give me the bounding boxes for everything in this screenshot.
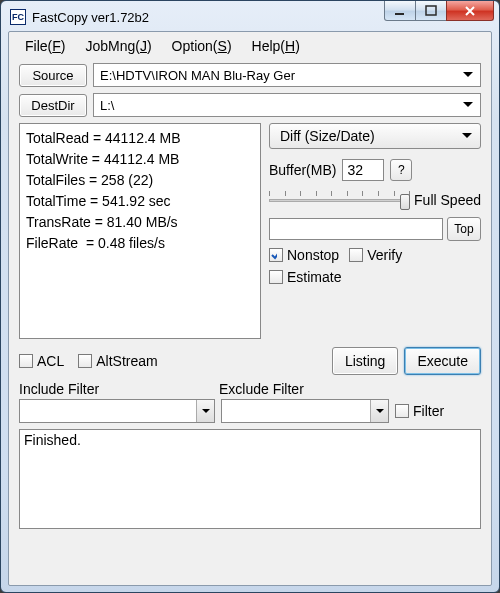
- menu-jobmng[interactable]: JobMng(J): [75, 36, 161, 56]
- menu-help[interactable]: Help(H): [242, 36, 310, 56]
- menu-jobmng-pre: JobMng(: [85, 38, 139, 54]
- speed-label: Full Speed: [414, 192, 481, 208]
- menu-jobmng-accel: J: [140, 38, 147, 54]
- checkbox-icon: [269, 248, 283, 262]
- chevron-down-icon[interactable]: [460, 102, 476, 108]
- estimate-checkbox[interactable]: Estimate: [269, 269, 341, 285]
- menu-option[interactable]: Option(S): [162, 36, 242, 56]
- menu-help-accel: H: [285, 38, 295, 54]
- destdir-button[interactable]: DestDir: [19, 94, 87, 117]
- nonstop-checkbox[interactable]: Nonstop: [269, 247, 339, 263]
- stats-line: TotalTime = 541.92 sec: [26, 193, 171, 209]
- stats-line: TotalRead = 44112.4 MB: [26, 130, 181, 146]
- content: Source E:\HDTV\IRON MAN Blu-Ray Ger Dest…: [9, 59, 491, 535]
- verify-checkbox[interactable]: Verify: [349, 247, 402, 263]
- nonstop-label: Nonstop: [287, 247, 339, 263]
- top-button[interactable]: Top: [447, 217, 481, 241]
- verify-label: Verify: [367, 247, 402, 263]
- log-box[interactable]: Finished.: [19, 429, 481, 529]
- checkbox-icon: [349, 248, 363, 262]
- menu-help-post: ): [295, 38, 300, 54]
- menubar: File(F) JobMng(J) Option(S) Help(H): [9, 32, 491, 59]
- log-text: Finished.: [24, 432, 81, 448]
- dest-combo[interactable]: L:\: [93, 93, 481, 117]
- exclude-filter-label: Exclude Filter: [219, 381, 304, 397]
- svg-rect-1: [426, 6, 436, 15]
- chevron-down-icon[interactable]: [458, 133, 476, 139]
- acl-checkbox[interactable]: ACL: [19, 353, 64, 369]
- chevron-down-icon[interactable]: [196, 400, 214, 422]
- chevron-down-icon[interactable]: [460, 72, 476, 78]
- menu-file-pre: File(: [25, 38, 52, 54]
- stats-line: TotalWrite = 44112.4 MB: [26, 151, 179, 167]
- mode-selected: Diff (Size/Date): [280, 128, 458, 144]
- stats-box: TotalRead = 44112.4 MB TotalWrite = 4411…: [19, 123, 261, 339]
- window-controls: [385, 1, 494, 21]
- stats-line: TransRate = 81.40 MB/s: [26, 214, 178, 230]
- menu-help-pre: Help(: [252, 38, 285, 54]
- menu-option-accel: S: [218, 38, 227, 54]
- menu-option-pre: Option(: [172, 38, 218, 54]
- dest-path: L:\: [100, 98, 460, 113]
- menu-file-accel: F: [52, 38, 61, 54]
- include-filter-combo[interactable]: [19, 399, 215, 423]
- menu-jobmng-post: ): [147, 38, 152, 54]
- include-filter-label: Include Filter: [19, 381, 219, 397]
- listing-button[interactable]: Listing: [332, 347, 398, 375]
- top-input[interactable]: [269, 218, 443, 240]
- exclude-filter-combo[interactable]: [221, 399, 389, 423]
- source-path: E:\HDTV\IRON MAN Blu-Ray Ger: [100, 68, 460, 83]
- client-area: File(F) JobMng(J) Option(S) Help(H) Sour…: [8, 31, 492, 586]
- chevron-down-icon[interactable]: [370, 400, 388, 422]
- acl-label: ACL: [37, 353, 64, 369]
- source-combo[interactable]: E:\HDTV\IRON MAN Blu-Ray Ger: [93, 63, 481, 87]
- buffer-label: Buffer(MB): [269, 162, 336, 178]
- app-icon: FC: [10, 9, 26, 25]
- menu-file[interactable]: File(F): [15, 36, 75, 56]
- stats-line: TotalFiles = 258 (22): [26, 172, 153, 188]
- maximize-button[interactable]: [415, 1, 447, 21]
- filter-checkbox[interactable]: Filter: [395, 403, 444, 419]
- close-button[interactable]: [446, 1, 494, 21]
- menu-file-post: ): [61, 38, 66, 54]
- checkbox-icon: [269, 270, 283, 284]
- buffer-input[interactable]: [342, 159, 384, 181]
- mode-combo[interactable]: Diff (Size/Date): [269, 123, 481, 149]
- speed-slider[interactable]: [269, 189, 410, 211]
- checkbox-icon: [395, 404, 409, 418]
- menu-option-post: ): [227, 38, 232, 54]
- altstream-label: AltStream: [96, 353, 157, 369]
- checkbox-icon: [78, 354, 92, 368]
- altstream-checkbox[interactable]: AltStream: [78, 353, 157, 369]
- help-button[interactable]: ?: [390, 159, 412, 181]
- source-button[interactable]: Source: [19, 64, 87, 87]
- execute-button[interactable]: Execute: [404, 347, 481, 375]
- estimate-label: Estimate: [287, 269, 341, 285]
- stats-line: FileRate = 0.48 files/s: [26, 235, 165, 251]
- app-window: FC FastCopy ver1.72b2 File(F) JobMng(J) …: [0, 0, 500, 593]
- slider-thumb[interactable]: [400, 194, 410, 210]
- checkbox-icon: [19, 354, 33, 368]
- minimize-button[interactable]: [384, 1, 416, 21]
- filter-label: Filter: [413, 403, 444, 419]
- svg-rect-0: [395, 13, 404, 15]
